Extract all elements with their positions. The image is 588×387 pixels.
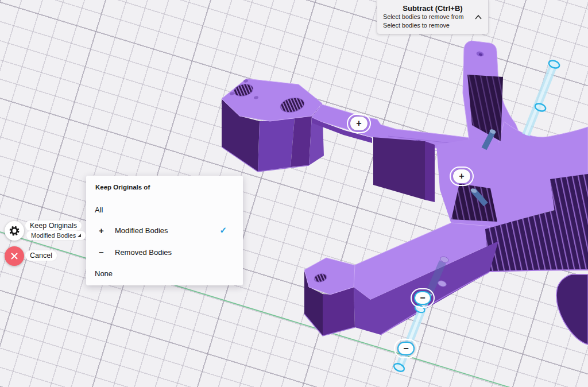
plus-icon: + xyxy=(99,226,115,235)
cylinder-highlight xyxy=(526,67,553,135)
tool-instruction-2: Select bodies to remove xyxy=(383,21,488,30)
dropdown-option-modified-bodies[interactable]: + Modified Bodies ✓ xyxy=(95,226,236,235)
chevron-up-icon xyxy=(474,14,483,21)
cancel-label: Cancel xyxy=(25,250,57,261)
remove-body-badge-1[interactable]: − xyxy=(411,288,435,308)
keep-originals-value[interactable]: Modified Bodies xyxy=(26,231,86,240)
minus-icon: − xyxy=(397,342,415,355)
minus-icon: − xyxy=(99,247,115,257)
pod1-front-face xyxy=(258,118,295,172)
x-frame-body[interactable] xyxy=(354,41,588,345)
dropdown-header: Keep Originals of xyxy=(95,184,150,191)
pod2-right-face xyxy=(425,141,435,202)
keep-originals-dropdown: Keep Originals of All + Modified Bodies … xyxy=(86,176,243,285)
close-icon xyxy=(10,251,19,261)
plus-icon: + xyxy=(350,117,368,130)
minus-icon: − xyxy=(414,291,431,305)
viewport-3d[interactable]: + + − − Subtract (Ctrl+B) Select bodies … xyxy=(0,0,588,387)
gear-icon xyxy=(8,225,21,237)
cancel-button[interactable] xyxy=(5,246,24,266)
check-icon: ✓ xyxy=(219,225,227,235)
option-label: All xyxy=(95,206,103,214)
remove-cylinder-1[interactable] xyxy=(526,59,560,135)
dropdown-option-all[interactable]: All xyxy=(95,205,236,215)
bottom-pod-body[interactable] xyxy=(304,258,355,336)
add-body-badge-2[interactable]: + xyxy=(450,167,474,186)
keep-originals-value-text: Modified Bodies xyxy=(31,232,76,239)
remove-body-badge-2[interactable]: − xyxy=(394,339,418,358)
tool-title: Subtract (Ctrl+B) xyxy=(377,4,488,13)
option-label: Removed Bodies xyxy=(115,248,172,257)
dropdown-option-none[interactable]: None xyxy=(95,269,236,278)
tool-header-panel: Subtract (Ctrl+B) Select bodies to remov… xyxy=(377,0,489,34)
bottom-right-arm xyxy=(556,274,588,345)
dropdown-corner-icon xyxy=(78,234,81,237)
plus-icon: + xyxy=(453,169,470,183)
keep-originals-button[interactable] xyxy=(5,221,24,241)
pod2-front-face xyxy=(373,137,425,200)
collapse-panel-button[interactable] xyxy=(474,14,483,21)
option-label: Modified Bodies xyxy=(115,226,168,235)
option-label: None xyxy=(95,269,113,278)
add-body-badge-1[interactable]: + xyxy=(347,114,371,133)
tool-instruction-1: Select bodies to remove from xyxy=(383,13,488,21)
keep-originals-label: Keep Originals xyxy=(25,220,82,231)
dropdown-option-removed-bodies[interactable]: − Removed Bodies xyxy=(95,247,236,257)
